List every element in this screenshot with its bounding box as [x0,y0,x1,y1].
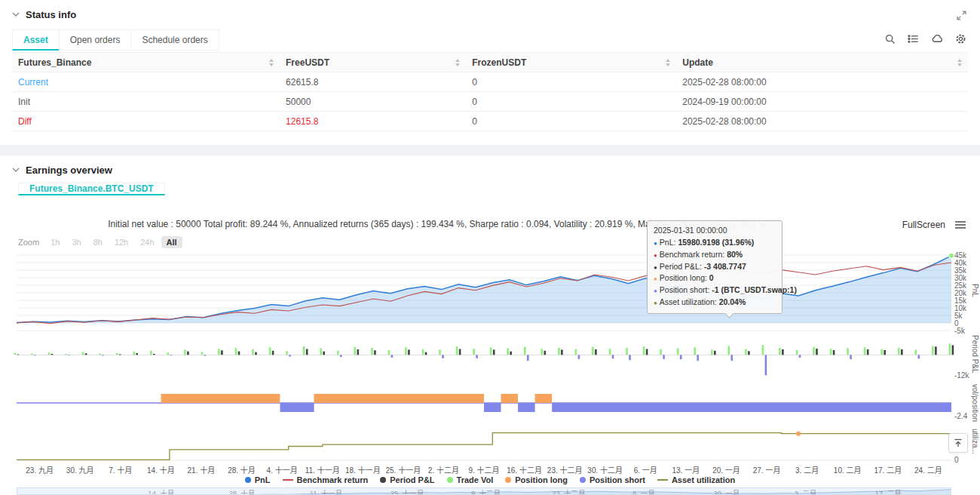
gear-icon[interactable] [955,33,966,47]
navigator-label: 17. 二月 [875,487,902,495]
yaxis-title-vol-position: vol/position [970,384,979,428]
status-info-panel: Status info Asset Open orders Schedule o… [0,0,980,145]
zoom-option-24h: 24h [135,236,159,248]
tooltip-row: ●Period P&L: -3 408.7747 [654,261,776,273]
row-label-current[interactable]: Current [12,72,280,92]
svg-text:4. 十一月: 4. 十一月 [267,466,298,475]
column-header-free-usdt[interactable]: FreeUSDT [280,53,466,72]
svg-text:13. 一月: 13. 一月 [672,466,700,475]
svg-text:-5k: -5k [954,327,966,335]
legend-item-benchmark-return[interactable]: Benchmark return [283,475,369,484]
cell-frozen-usdt: 0 [466,112,676,131]
sort-icon[interactable] [269,59,274,66]
series-bullet-icon: ● [654,252,657,259]
expand-icon[interactable] [957,11,966,20]
status-info-header: Status info [0,0,980,26]
tab-schedule-orders[interactable]: Schedule orders [130,29,219,51]
earnings-tabs: Futures_Binance.BTC_USDT [18,183,164,195]
svg-text:17. 二月: 17. 二月 [874,466,902,475]
cell-free-usdt: 50000 [280,92,466,112]
table-row-diff: Diff 12615.8 0 2025-02-28 08:00:00 [12,112,968,131]
svg-text:16. 十二月: 16. 十二月 [507,466,542,475]
legend-marker-icon [283,479,293,481]
legend-item-position-long[interactable]: Position long [505,475,568,484]
yaxis-title-period-pnl: Period P&L [970,335,979,383]
navigator-label: 25. 十一月 [390,487,424,495]
series-bullet-icon: ● [654,264,657,271]
tooltip-row: ●PnL: 15980.9198 (31.96%) [654,237,776,249]
svg-text:20. 一月: 20. 一月 [712,466,740,475]
legend-marker-icon [580,477,586,483]
tooltip-row: ●Position long: 0 [654,272,776,284]
tab-futures-binance-btc-usdt[interactable]: Futures_Binance.BTC_USDT [18,183,165,195]
svg-text:27. 一月: 27. 一月 [753,466,781,475]
tab-asset[interactable]: Asset [12,29,60,51]
earnings-overview-panel: Earnings overview Futures_Binance.BTC_US… [0,155,980,495]
row-label-diff: Diff [12,112,280,131]
chart-legend: PnLBenchmark returnPeriod P&LTrade VolPo… [0,475,980,484]
navigator-label: 14. 十月 [148,487,174,495]
row-label-init: Init [12,92,280,112]
cell-update: 2024-09-19 00:00:00 [676,92,968,112]
cell-free-usdt: 62615.8 [280,72,466,92]
svg-text:23. 九月: 23. 九月 [26,466,54,475]
sort-icon[interactable] [666,59,670,66]
fullscreen-button[interactable]: FullScreen [902,220,945,230]
svg-text:10. 二月: 10. 二月 [834,466,862,475]
earnings-chart[interactable]: 45k40k35k30k25k20k15k10k5k0-5k-12k-2.402… [0,249,980,475]
tooltip-row: ●Benchmark return: 80% [654,249,776,261]
back-to-top-button[interactable] [948,433,968,453]
svg-text:21. 十月: 21. 十月 [188,466,216,475]
legend-item-position-short[interactable]: Position short [580,475,645,484]
section-title: Earnings overview [26,164,112,176]
table-toolbar [884,33,966,47]
zoom-option-8h: 8h [88,236,108,248]
search-icon[interactable] [884,33,896,47]
svg-text:-2.4: -2.4 [954,412,968,420]
column-header-account[interactable]: Futures_Binance [12,53,280,72]
column-header-frozen-usdt[interactable]: FrozenUSDT [466,53,676,72]
svg-text:25. 十一月: 25. 十一月 [385,466,421,475]
tooltip-timestamp: 2025-01-31 00:00:00 [654,226,776,235]
zoom-option-all[interactable]: All [161,236,182,248]
svg-text:23. 十二月: 23. 十二月 [547,466,583,475]
svg-text:-12k: -12k [954,371,969,380]
yaxis-title-utilization: utiliza... [970,429,979,462]
legend-marker-icon [245,477,251,483]
cell-update: 2025-02-28 08:00:00 [676,72,968,92]
status-tabs: Asset Open orders Schedule orders [12,29,968,51]
chart-navigator[interactable]: 14. 十月28. 十月11. 十一月25. 十一月9. 十二月23. 十二月6… [17,487,951,495]
navigator-label: 20. 一月 [713,487,740,495]
column-header-update[interactable]: Update [676,53,968,72]
tooltip-row: ●Asset utilization: 20.04% [654,297,776,309]
legend-item-asset-utilization[interactable]: Asset utilization [657,475,735,484]
asset-table: Futures_Binance FreeUSDT FrozenUSDT Upda… [12,52,968,131]
sort-icon[interactable] [455,59,460,66]
earnings-header: Earnings overview [0,155,980,182]
collapse-chevron-icon[interactable] [12,12,20,17]
yaxis-title-pnl: PnL [970,284,979,317]
svg-text:9. 十二月: 9. 十二月 [468,466,499,475]
cloud-icon[interactable] [931,33,943,47]
svg-text:2. 十二月: 2. 十二月 [428,466,459,475]
table-row-current: Current 62615.8 0 2025-02-28 08:00:00 [12,72,968,92]
legend-item-period-p-l[interactable]: Period P&L [380,475,434,484]
chart-menu-icon[interactable] [954,220,966,232]
legend-marker-icon [447,477,453,483]
list-icon[interactable] [908,33,919,47]
tab-open-orders[interactable]: Open orders [59,29,132,51]
tooltip-row: ●Position short: -1 (BTC_USDT.swap:1) [654,284,776,297]
svg-text:0: 0 [954,456,959,464]
zoom-option-1h: 1h [45,236,65,248]
chart-tooltip: 2025-01-31 00:00:00 ●PnL: 15980.9198 (31… [647,220,782,314]
svg-text:24. 二月: 24. 二月 [914,466,942,475]
legend-item-trade-vol[interactable]: Trade Vol [447,475,494,484]
sort-icon[interactable] [957,59,962,66]
collapse-chevron-icon[interactable] [12,168,20,173]
legend-item-pnl[interactable]: PnL [245,475,271,484]
svg-text:11. 十一月: 11. 十一月 [305,466,340,475]
legend-marker-icon [505,477,511,483]
svg-text:6. 一月: 6. 一月 [634,466,657,475]
svg-text:28. 十月: 28. 十月 [228,466,256,475]
svg-text:18. 十一月: 18. 十一月 [345,466,381,475]
